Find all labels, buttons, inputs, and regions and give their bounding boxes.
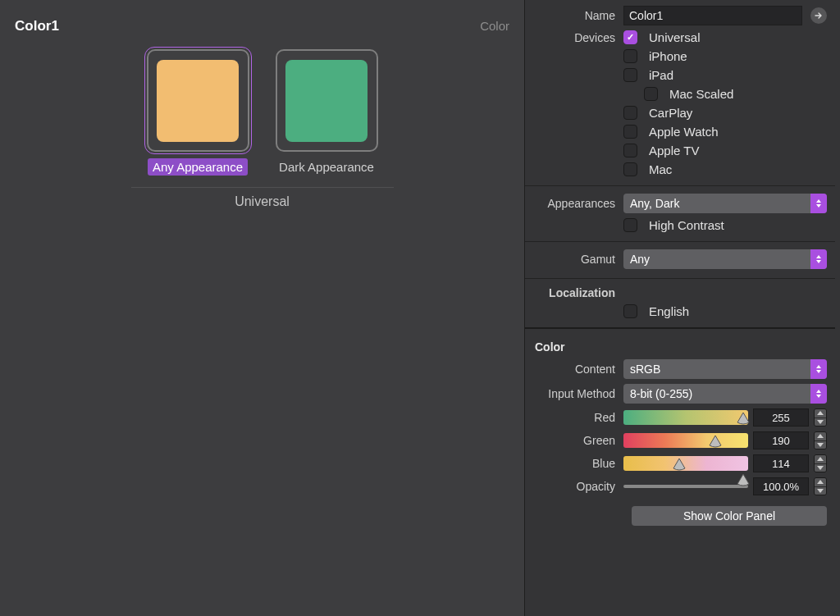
content-label: Content: [525, 363, 623, 376]
device-checkbox-apple-watch[interactable]: [623, 125, 637, 139]
localization-checkbox-english[interactable]: [623, 304, 637, 318]
input-method-select[interactable]: 8-bit (0-255): [623, 384, 827, 404]
red-label: Red: [525, 411, 623, 424]
chevron-updown-icon: [810, 194, 827, 213]
attributes-inspector: Name Devices Universal iPhone: [525, 0, 840, 616]
device-label: iPad: [649, 68, 673, 82]
high-contrast-checkbox[interactable]: [623, 218, 637, 232]
devices-label: Devices: [525, 31, 623, 44]
input-method-label: Input Method: [525, 387, 623, 400]
show-color-panel-button[interactable]: Show Color Panel: [632, 506, 827, 526]
swatch-label: Dark Appearance: [274, 158, 379, 176]
chevron-updown-icon: [810, 249, 827, 269]
red-value-field[interactable]: [753, 408, 809, 427]
device-label: CarPlay: [649, 106, 692, 120]
green-slider[interactable]: [623, 433, 748, 448]
red-slider[interactable]: [623, 410, 748, 425]
asset-title: Color1: [15, 18, 59, 34]
device-checkbox-ipad[interactable]: [623, 68, 637, 82]
gamut-label: Gamut: [525, 253, 623, 266]
localization-label: Localization: [525, 286, 623, 299]
opacity-stepper[interactable]: [814, 477, 827, 495]
green-label: Green: [525, 434, 623, 447]
blue-value-field[interactable]: [753, 454, 809, 472]
opacity-value-field[interactable]: [753, 477, 809, 495]
opacity-label: Opacity: [525, 480, 623, 493]
device-label: iPhone: [649, 49, 687, 63]
device-label: Apple TV: [649, 144, 699, 157]
swatch-dark-appearance[interactable]: Dark Appearance: [272, 49, 382, 176]
swatch-label: Any Appearance: [148, 158, 248, 176]
device-label: Mac Scaled: [669, 87, 733, 101]
color-section-title: Color: [525, 334, 835, 357]
name-field[interactable]: [623, 6, 802, 25]
swatch-row: Any Appearance Dark Appearance: [15, 49, 509, 176]
blue-label: Blue: [525, 457, 623, 470]
swatch-any-appearance[interactable]: Any Appearance: [143, 49, 253, 176]
gamut-select[interactable]: Any: [623, 249, 827, 269]
device-label: Apple Watch: [649, 125, 719, 139]
device-checkbox-mac-scaled[interactable]: [644, 87, 658, 101]
blue-slider[interactable]: [623, 456, 748, 471]
device-checkbox-mac[interactable]: [623, 162, 637, 176]
set-name: Universal: [15, 194, 509, 209]
content-select[interactable]: sRGB: [623, 359, 827, 379]
navigate-icon[interactable]: [810, 7, 827, 24]
green-value-field[interactable]: [753, 431, 809, 449]
device-label: Mac: [649, 162, 672, 176]
name-label: Name: [525, 9, 623, 22]
device-label: Universal: [649, 30, 701, 44]
opacity-slider[interactable]: [623, 479, 748, 494]
appearances-label: Appearances: [525, 197, 623, 210]
chevron-updown-icon: [810, 384, 827, 404]
device-checkbox-universal[interactable]: [623, 30, 637, 44]
high-contrast-label: High Contrast: [649, 218, 724, 232]
asset-kind: Color: [480, 19, 509, 33]
device-checkbox-apple-tv[interactable]: [623, 144, 637, 157]
asset-preview-pane: Color1 Color Any Appearance Dark Appeara…: [0, 0, 525, 616]
blue-stepper[interactable]: [814, 454, 827, 472]
green-stepper[interactable]: [814, 431, 827, 449]
device-checkbox-iphone[interactable]: [623, 49, 637, 63]
device-checkbox-carplay[interactable]: [623, 106, 637, 120]
appearances-select[interactable]: Any, Dark: [623, 194, 827, 213]
red-stepper[interactable]: [814, 408, 827, 427]
chevron-updown-icon: [810, 359, 827, 379]
localization-label: English: [649, 304, 689, 318]
